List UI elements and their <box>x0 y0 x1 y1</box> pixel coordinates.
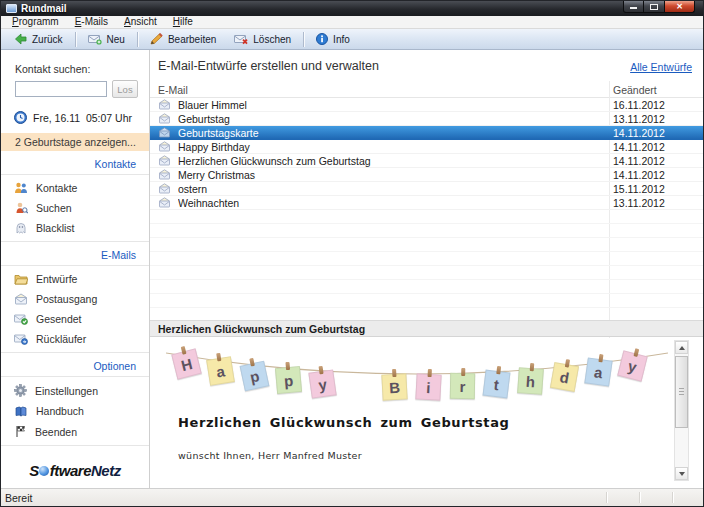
menu-emails[interactable]: E-Mails <box>67 16 116 28</box>
table-header: E-Mail Geändert <box>150 81 703 98</box>
settings-gear-icon <box>14 384 27 397</box>
exit-flag-icon <box>14 425 27 438</box>
email-draft-icon <box>158 183 171 194</box>
birthday-notice[interactable]: 2 Geburtstage anzeigen... <box>1 133 149 151</box>
titlebar: Rundmail ✕ <box>1 1 703 16</box>
banner-card: a <box>584 357 612 386</box>
email-draft-icon <box>158 155 171 166</box>
table-row[interactable]: ostern 15.11.2012 <box>150 182 703 196</box>
email-draft-icon <box>158 169 171 180</box>
sidebar-item-handbuch[interactable]: Handbuch <box>1 401 149 421</box>
column-geaendert[interactable]: Geändert <box>613 84 657 96</box>
table-row[interactable]: Geburtstag 13.11.2012 <box>150 112 703 126</box>
page-title: E-Mail-Entwürfe erstellen und verwalten <box>158 59 379 73</box>
column-email[interactable]: E-Mail <box>158 84 188 96</box>
clock-icon <box>14 111 27 124</box>
info-button[interactable]: Info <box>307 31 359 47</box>
back-icon <box>14 33 27 45</box>
window-controls: ✕ <box>623 1 695 13</box>
table-row[interactable]: Weihnachten 13.11.2012 <box>150 196 703 210</box>
sidebar-item-gesendet[interactable]: Gesendet <box>1 309 149 329</box>
banner-card: y <box>308 369 336 398</box>
sidebar-item-entwuerfe[interactable]: Entwürfe <box>1 269 149 289</box>
main-pane: E-Mail-Entwürfe erstellen und verwalten … <box>150 50 703 488</box>
maximize-button[interactable] <box>644 1 665 13</box>
banner-card: p <box>275 366 302 394</box>
table-row[interactable]: Herzlichen Glückwunsch zum Geburtstag 14… <box>150 154 703 168</box>
preview-body: H a p p y B i r t h d a y Herzlichen Glü… <box>150 338 703 488</box>
contact-search-input[interactable] <box>15 81 107 97</box>
banner-card: h <box>517 367 544 395</box>
app-window: Rundmail ✕ Programm E-Mails Ansicht Hilf… <box>0 0 704 507</box>
empty-row <box>150 252 703 266</box>
section-header-emails: E-Mails <box>1 242 149 266</box>
empty-row <box>150 210 703 224</box>
table-row[interactable]: Merry Christmas 14.11.2012 <box>150 168 703 182</box>
status-divider <box>606 492 607 503</box>
scroll-thumb[interactable] <box>675 356 688 428</box>
current-date-time: Fre, 16.11 05:07 Uhr <box>33 112 132 124</box>
close-button[interactable]: ✕ <box>665 1 695 13</box>
preview-header: Herzlichen Glückwunsch zum Geburtstag <box>150 320 703 337</box>
sidebar-item-beenden[interactable]: Beenden <box>1 421 149 442</box>
sidebar-item-ruecklaeufer[interactable]: Rückläufer <box>1 329 149 349</box>
banner-card: i <box>415 373 441 400</box>
banner-card: r <box>450 373 475 399</box>
email-draft-icon <box>158 99 171 110</box>
email-draft-icon <box>158 141 171 152</box>
table-row[interactable]: Happy Birthday 14.11.2012 <box>150 140 703 154</box>
drafts-list: Blauer Himmel 16.11.2012 Geburtstag 13.1… <box>150 98 703 308</box>
search-go-button[interactable]: Los <box>112 80 138 98</box>
contact-search-label: Kontakt suchen: <box>15 63 149 75</box>
banner-card: p <box>240 361 270 392</box>
table-row[interactable]: Blauer Himmel 16.11.2012 <box>150 98 703 112</box>
sent-icon <box>14 313 28 325</box>
sidebar-item-kontakte[interactable]: Kontakte <box>1 178 149 198</box>
preview-scrollbar[interactable] <box>674 340 689 481</box>
menu-programm[interactable]: Programm <box>4 16 67 28</box>
banner-card: B <box>381 373 407 400</box>
menu-hilfe[interactable]: Hilfe <box>165 16 201 28</box>
email-draft-icon <box>158 197 171 208</box>
new-button[interactable]: Neu <box>79 31 134 47</box>
minimize-button[interactable] <box>623 1 644 13</box>
back-button[interactable]: Zurück <box>5 31 72 47</box>
banner-card: t <box>483 370 511 399</box>
all-drafts-link[interactable]: Alle Entwürfe <box>630 61 692 73</box>
sidebar-item-blacklist[interactable]: Blacklist <box>1 218 149 238</box>
contacts-icon <box>14 182 28 194</box>
scroll-down-button[interactable] <box>675 467 688 480</box>
content: Kontakt suchen: Los Fre, 16.11 05:07 Uhr… <box>1 50 703 488</box>
email-draft-icon <box>158 127 171 138</box>
drafts-folder-icon <box>14 273 28 285</box>
edit-icon <box>150 33 163 45</box>
banner-card: d <box>550 362 579 392</box>
bounce-icon <box>14 333 28 345</box>
email-draft-icon <box>158 113 171 124</box>
edit-button[interactable]: Bearbeiten <box>141 31 225 47</box>
sidebar-item-einstellungen[interactable]: Einstellungen <box>1 380 149 401</box>
outbox-icon <box>14 293 28 305</box>
table-row-selected[interactable]: Geburtstagskarte 14.11.2012 <box>150 126 703 140</box>
sidebar-item-postausgang[interactable]: Postausgang <box>1 289 149 309</box>
status-text: Bereit <box>5 492 32 504</box>
banner-card: a <box>206 356 235 386</box>
greeting-title: Herzlichen Glückwunsch zum Geburtstag <box>178 415 509 430</box>
blacklist-ghost-icon <box>14 222 28 234</box>
sidebar-item-suchen[interactable]: Suchen <box>1 198 149 218</box>
info-icon <box>316 33 328 45</box>
app-icon <box>6 4 17 13</box>
softwarenetz-logo: SftwareNetz <box>1 462 149 479</box>
status-divider <box>639 492 640 503</box>
search-person-icon <box>14 202 28 214</box>
sidebar: Kontakt suchen: Los Fre, 16.11 05:07 Uhr… <box>1 50 150 488</box>
delete-button[interactable]: Löschen <box>225 31 300 47</box>
happy-birthday-banner: H a p p y B i r t h d a y <box>166 341 668 405</box>
menu-ansicht[interactable]: Ansicht <box>116 16 165 28</box>
empty-row <box>150 266 703 280</box>
scroll-up-button[interactable] <box>675 341 688 354</box>
statusbar: Bereit <box>1 488 703 506</box>
toolbar: Zurück Neu Bearbeiten Löschen Info <box>1 29 703 50</box>
new-icon <box>88 33 102 45</box>
toolbar-separator <box>75 32 76 47</box>
